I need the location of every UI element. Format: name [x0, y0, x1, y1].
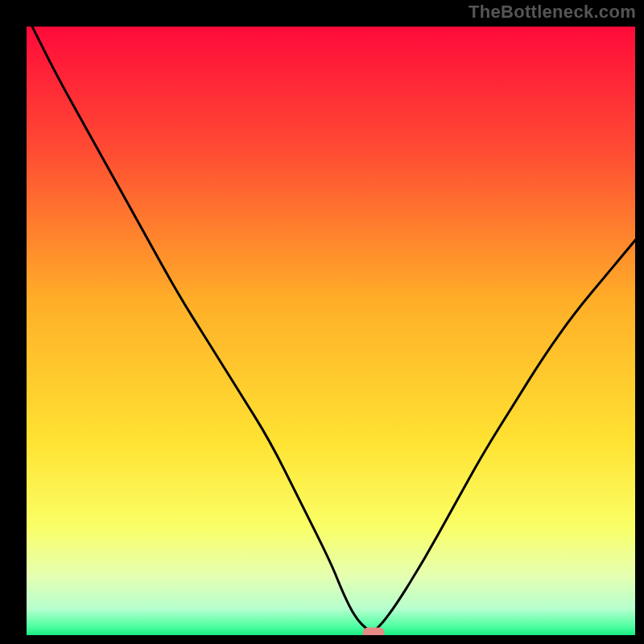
bottleneck-chart — [0, 0, 644, 644]
chart-gradient-background — [26, 26, 636, 636]
watermark: TheBottleneck.com — [469, 2, 636, 23]
